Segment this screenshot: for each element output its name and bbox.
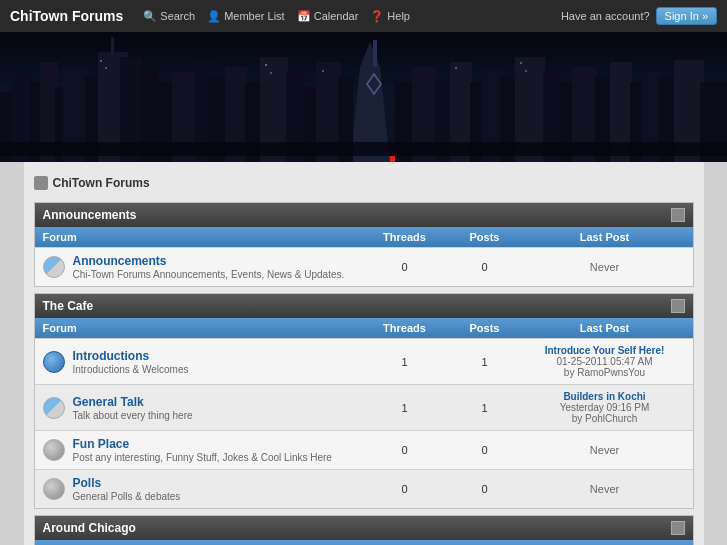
last-post: Introduce Your Self Here! 01-25-2011 05:… <box>525 345 685 378</box>
svg-rect-51 <box>520 62 522 64</box>
forum-name-link[interactable]: Announcements <box>73 254 167 268</box>
svg-rect-53 <box>0 142 727 156</box>
cafe-col-posts: Posts <box>445 322 525 334</box>
around-chicago-section: Around Chicago Forum Threads Posts Last … <box>34 515 694 545</box>
breadcrumb-text: ChiTown Forums <box>53 176 150 190</box>
around-chicago-title: Around Chicago <box>43 521 136 535</box>
forum-details: Polls General Polls & debates <box>73 476 181 502</box>
around-chicago-toggle[interactable] <box>671 521 685 535</box>
thread-count: 0 <box>365 261 445 273</box>
have-account-text: Have an account? <box>561 10 650 22</box>
last-post-title[interactable]: Builders in Kochi <box>525 391 685 402</box>
announcements-toggle[interactable] <box>671 208 685 222</box>
cafe-header: The Cafe <box>35 294 693 318</box>
forum-details: Announcements Chi-Town Forums Announceme… <box>73 254 345 280</box>
forum-details: General Talk Talk about every thing here <box>73 395 193 421</box>
nav-memberlist[interactable]: 👤 Member List <box>207 10 285 23</box>
forum-info: Announcements Chi-Town Forums Announceme… <box>43 254 365 280</box>
ann-col-forum: Forum <box>43 231 365 243</box>
forum-status-icon <box>43 478 65 500</box>
svg-rect-47 <box>265 64 267 66</box>
nav-search[interactable]: 🔍 Search <box>143 10 195 23</box>
thread-count: 1 <box>365 356 445 368</box>
cafe-section: The Cafe Forum Threads Posts Last Post I… <box>34 293 694 509</box>
announcements-header: Announcements <box>35 203 693 227</box>
site-header: ChiTown Forums 🔍 Search 👤 Member List 📅 … <box>0 0 727 32</box>
last-post-by: by RamoPwnsYou <box>525 367 685 378</box>
cafe-col-header: Forum Threads Posts Last Post <box>35 318 693 338</box>
forum-status-icon <box>43 351 65 373</box>
forum-name-link[interactable]: General Talk <box>73 395 144 409</box>
svg-rect-48 <box>270 72 272 74</box>
forum-info: Polls General Polls & debates <box>43 476 365 502</box>
last-post: Never <box>525 444 685 456</box>
around-chicago-header: Around Chicago <box>35 516 693 540</box>
forum-info: Introductions Introductions & Welcomes <box>43 349 365 375</box>
forum-description: General Polls & debates <box>73 491 181 502</box>
post-count: 0 <box>445 261 525 273</box>
account-area: Have an account? Sign In » <box>561 7 717 25</box>
cafe-col-lastpost: Last Post <box>525 322 685 334</box>
svg-rect-10 <box>111 37 114 55</box>
cafe-toggle[interactable] <box>671 299 685 313</box>
banner <box>0 32 727 162</box>
breadcrumb: ChiTown Forums <box>24 170 704 196</box>
svg-rect-52 <box>525 70 527 72</box>
nav-help[interactable]: ❓ Help <box>370 10 410 23</box>
nav-calendar[interactable]: 📅 Calendar <box>297 10 359 23</box>
sign-in-button[interactable]: Sign In » <box>656 7 717 25</box>
forum-info: Fun Place Post any interesting, Funny St… <box>43 437 365 463</box>
post-count: 1 <box>445 402 525 414</box>
last-post: Never <box>525 261 685 273</box>
main-content: ChiTown Forums Announcements Forum Threa… <box>24 162 704 545</box>
thread-count: 0 <box>365 483 445 495</box>
forum-name-link[interactable]: Fun Place <box>73 437 130 451</box>
table-row: General Talk Talk about every thing here… <box>35 384 693 430</box>
forum-description: Chi-Town Forums Announcements, Events, N… <box>73 269 345 280</box>
last-post-date: 01-25-2011 05:47 AM <box>525 356 685 367</box>
thread-count: 1 <box>365 402 445 414</box>
post-count: 1 <box>445 356 525 368</box>
table-row: Introductions Introductions & Welcomes 1… <box>35 338 693 384</box>
last-post-date: Yesterday 09:16 PM <box>525 402 685 413</box>
svg-rect-49 <box>322 70 324 72</box>
ann-col-lastpost: Last Post <box>525 231 685 243</box>
table-row: Fun Place Post any interesting, Funny St… <box>35 430 693 469</box>
site-logo: ChiTown Forums <box>10 8 123 24</box>
home-icon <box>34 176 48 190</box>
forum-name-link[interactable]: Polls <box>73 476 102 490</box>
svg-rect-45 <box>100 60 102 62</box>
around-chicago-col-header: Forum Threads Posts Last Post <box>35 540 693 545</box>
forum-status-icon <box>43 397 65 419</box>
announcements-title: Announcements <box>43 208 137 222</box>
forum-info: General Talk Talk about every thing here <box>43 395 365 421</box>
cafe-title: The Cafe <box>43 299 94 313</box>
cafe-col-threads: Threads <box>365 322 445 334</box>
forum-status-icon <box>43 256 65 278</box>
forum-status-icon <box>43 439 65 461</box>
last-post: Never <box>525 483 685 495</box>
last-post-by: by PohlChurch <box>525 413 685 424</box>
ann-col-posts: Posts <box>445 231 525 243</box>
post-count: 0 <box>445 483 525 495</box>
thread-count: 0 <box>365 444 445 456</box>
announcements-section: Announcements Forum Threads Posts Last P… <box>34 202 694 287</box>
post-count: 0 <box>445 444 525 456</box>
forum-description: Introductions & Welcomes <box>73 364 189 375</box>
forum-description: Talk about every thing here <box>73 410 193 421</box>
last-post: Builders in Kochi Yesterday 09:16 PM by … <box>525 391 685 424</box>
forum-details: Fun Place Post any interesting, Funny St… <box>73 437 332 463</box>
svg-marker-14 <box>373 40 377 67</box>
forum-name-link[interactable]: Introductions <box>73 349 150 363</box>
last-post-title[interactable]: Introduce Your Self Here! <box>525 345 685 356</box>
table-row: Announcements Chi-Town Forums Announceme… <box>35 247 693 286</box>
nav-links: 🔍 Search 👤 Member List 📅 Calendar ❓ Help <box>143 10 561 23</box>
ann-col-threads: Threads <box>365 231 445 243</box>
table-row: Polls General Polls & debates 0 0 Never <box>35 469 693 508</box>
svg-rect-46 <box>105 67 107 69</box>
svg-rect-50 <box>455 67 457 69</box>
cafe-col-forum: Forum <box>43 322 365 334</box>
announcements-col-header: Forum Threads Posts Last Post <box>35 227 693 247</box>
forum-description: Post any interesting, Funny Stuff, Jokes… <box>73 452 332 463</box>
forum-details: Introductions Introductions & Welcomes <box>73 349 189 375</box>
